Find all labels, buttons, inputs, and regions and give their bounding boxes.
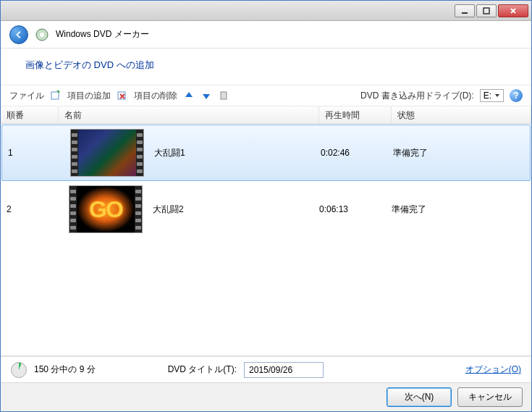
properties-icon[interactable] — [218, 90, 229, 101]
drive-value: E: — [484, 91, 491, 101]
add-icon — [50, 90, 62, 101]
svg-rect-1 — [484, 8, 489, 14]
header: Windows DVD メーカー — [1, 21, 531, 49]
item-name: 大乱闘2 — [153, 203, 319, 216]
item-name: 大乱闘1 — [154, 147, 321, 159]
svg-rect-4 — [51, 92, 59, 99]
move-down-button[interactable] — [200, 90, 212, 101]
video-thumbnail: GO — [69, 185, 143, 233]
back-button[interactable] — [9, 25, 28, 44]
add-items-button[interactable]: 項目の追加 — [67, 90, 111, 102]
cancel-button[interactable]: キャンセル — [457, 387, 523, 407]
maximize-button[interactable] — [476, 4, 497, 17]
list-item[interactable]: 1 大乱闘1 0:02:46 準備完了 — [1, 125, 531, 181]
window: Windows DVD メーカー 画像とビデオの DVD への追加 ファイル 項… — [0, 0, 532, 412]
svg-rect-0 — [462, 12, 468, 14]
drive-label: DVD 書き込み用ドライブ(D): — [360, 90, 474, 102]
list-body: 1 大乱闘1 0:02:46 準備完了 2 GO 大乱闘2 0:06:13 準備… — [1, 124, 531, 356]
col-status[interactable]: 状態 — [392, 106, 531, 123]
arrow-left-icon — [14, 30, 24, 40]
item-status: 準備完了 — [393, 147, 530, 159]
col-duration[interactable]: 再生時間 — [319, 106, 392, 123]
statusbar: 150 分中の 9 分 DVD タイトル(T): オプション(O) — [1, 356, 531, 382]
video-thumbnail — [70, 129, 144, 177]
move-up-button[interactable] — [183, 90, 195, 101]
buttonbar: 次へ(N) キャンセル — [1, 382, 531, 411]
capacity-pie-icon — [11, 362, 27, 378]
page-subheader: 画像とビデオの DVD への追加 — [1, 49, 531, 85]
col-name[interactable]: 名前 — [59, 106, 319, 123]
list-header: 順番 名前 再生時間 状態 — [1, 106, 531, 124]
svg-rect-6 — [221, 92, 227, 99]
item-duration: 0:06:13 — [319, 204, 392, 214]
remove-items-button[interactable]: 項目の削除 — [134, 90, 177, 102]
app-title: Windows DVD メーカー — [56, 28, 149, 41]
file-menu[interactable]: ファイル — [9, 90, 44, 102]
chevron-down-icon — [494, 93, 500, 98]
remove-icon — [117, 90, 128, 101]
item-order: 1 — [2, 148, 60, 158]
minimize-button[interactable] — [455, 4, 475, 17]
next-button[interactable]: 次へ(N) — [387, 387, 452, 407]
drive-select[interactable]: E: — [480, 89, 504, 102]
item-status: 準備完了 — [392, 203, 531, 216]
toolbar: ファイル 項目の追加 項目の削除 DVD 書き込み用ドライブ(D): E: ? — [1, 85, 531, 106]
help-button[interactable]: ? — [510, 89, 523, 102]
app-icon — [35, 28, 48, 41]
titlebar — [1, 1, 531, 21]
list-item[interactable]: 2 GO 大乱闘2 0:06:13 準備完了 — [1, 182, 531, 237]
close-button[interactable] — [498, 4, 528, 17]
capacity-text: 150 分中の 9 分 — [34, 363, 96, 376]
item-duration: 0:02:46 — [321, 148, 393, 158]
svg-point-3 — [40, 33, 44, 37]
options-link[interactable]: オプション(O) — [465, 363, 521, 376]
dvd-title-label: DVD タイトル(T): — [168, 363, 237, 376]
item-order: 2 — [1, 204, 59, 214]
dvd-title-input[interactable] — [244, 362, 324, 378]
col-order[interactable]: 順番 — [1, 106, 59, 123]
